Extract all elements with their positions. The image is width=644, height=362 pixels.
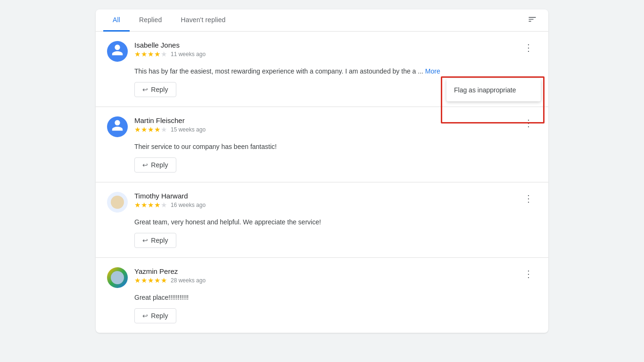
- tab-replied[interactable]: Replied: [130, 9, 171, 32]
- review-time-timothy: 16 weeks ago: [171, 202, 206, 208]
- more-menu-button-martin[interactable]: ⋮: [520, 116, 537, 130]
- review-time: 11 weeks ago: [171, 51, 206, 58]
- more-menu-button-yazmin[interactable]: ⋮: [520, 267, 537, 280]
- reply-button-isabelle[interactable]: ↩ Reply: [134, 82, 176, 97]
- person-icon-martin: [111, 119, 124, 135]
- star-2: ★: [141, 201, 147, 209]
- star-2: ★: [141, 125, 147, 134]
- tab-havent-replied[interactable]: Haven't replied: [171, 9, 235, 32]
- reviewer-name-timothy: Timothy Harward: [134, 192, 206, 200]
- stars-timothy: ★ ★ ★ ★ ★: [134, 201, 167, 209]
- person-icon: [111, 43, 124, 60]
- reply-button-yazmin[interactable]: ↩ Reply: [134, 308, 176, 323]
- stars-martin: ★ ★ ★ ★ ★: [134, 125, 167, 134]
- avatar-yazmin: 🌻: [107, 267, 128, 288]
- review-list: Isabelle Jones ★ ★ ★ ★ ★ 11 weeks ago: [96, 32, 548, 333]
- reviewer-name: Isabelle Jones: [134, 41, 206, 49]
- star-1: ★: [134, 201, 140, 209]
- star-4: ★: [154, 50, 160, 58]
- reviewer-info-martin: Martin Fleischer ★ ★ ★ ★ ★ 15 weeks ago: [107, 116, 206, 137]
- star-5: ★: [161, 201, 167, 209]
- main-card: All Replied Haven't replied: [96, 9, 548, 333]
- filter-icon[interactable]: [524, 11, 541, 30]
- review-header-timothy: 🏗️ Timothy Harward ★ ★ ★ ★ ★: [107, 192, 537, 213]
- star-3: ★: [148, 276, 154, 285]
- review-item-martin: Martin Fleischer ★ ★ ★ ★ ★ 15 weeks ago: [96, 107, 548, 182]
- reply-arrow-icon-timothy: ↩: [142, 237, 148, 244]
- reviewer-info-yazmin: 🌻 Yazmin Perez ★ ★ ★ ★ ★: [107, 267, 206, 288]
- stars: ★ ★ ★ ★ ★: [134, 50, 167, 58]
- star-5: ★: [161, 125, 167, 134]
- star-3: ★: [148, 50, 154, 58]
- reviewer-info: Isabelle Jones ★ ★ ★ ★ ★ 11 weeks ago: [107, 41, 206, 62]
- dropdown-menu: Flag as inappropriate: [446, 79, 541, 101]
- rating-row-martin: ★ ★ ★ ★ ★ 15 weeks ago: [134, 125, 206, 134]
- reviewer-name-yazmin: Yazmin Perez: [134, 267, 206, 275]
- avatar-timothy: 🏗️: [107, 192, 128, 213]
- star-4: ★: [154, 201, 160, 209]
- tabs-bar: All Replied Haven't replied: [96, 9, 548, 32]
- review-text-martin: Their service to our company has been fa…: [134, 142, 537, 152]
- star-2: ★: [141, 50, 147, 58]
- reviewer-info-timothy: 🏗️ Timothy Harward ★ ★ ★ ★ ★: [107, 192, 206, 213]
- reviewer-meta-martin: Martin Fleischer ★ ★ ★ ★ ★ 15 weeks ago: [134, 116, 206, 134]
- avatar-isabelle: [107, 41, 128, 62]
- review-time-yazmin: 28 weeks ago: [171, 277, 206, 284]
- flag-inappropriate-item[interactable]: Flag as inappropriate: [446, 81, 541, 99]
- review-text-yazmin: Great place!!!!!!!!!!!: [134, 293, 537, 303]
- svg-rect-2: [111, 271, 124, 284]
- review-header-yazmin: 🌻 Yazmin Perez ★ ★ ★ ★ ★: [107, 267, 537, 288]
- star-1: ★: [134, 50, 140, 58]
- star-5: ★: [161, 50, 167, 58]
- review-time-martin: 15 weeks ago: [171, 126, 206, 133]
- star-4: ★: [154, 125, 160, 134]
- star-4: ★: [154, 276, 160, 285]
- svg-rect-0: [111, 196, 124, 209]
- reply-button-timothy[interactable]: ↩ Reply: [134, 233, 176, 248]
- review-header: Isabelle Jones ★ ★ ★ ★ ★ 11 weeks ago: [107, 41, 537, 62]
- rating-row-timothy: ★ ★ ★ ★ ★ 16 weeks ago: [134, 201, 206, 209]
- reviewer-meta-yazmin: Yazmin Perez ★ ★ ★ ★ ★ 28 weeks ago: [134, 267, 206, 285]
- reply-arrow-icon: ↩: [142, 86, 148, 93]
- rating-row: ★ ★ ★ ★ ★ 11 weeks ago: [134, 50, 206, 58]
- more-menu-button-timothy[interactable]: ⋮: [520, 192, 537, 205]
- star-3: ★: [148, 201, 154, 209]
- dropdown-container: Flag as inappropriate: [446, 79, 541, 101]
- avatar-martin: [107, 116, 128, 137]
- review-text-timothy: Great team, very honest and helpful. We …: [134, 217, 537, 227]
- reviewer-meta: Isabelle Jones ★ ★ ★ ★ ★ 11 weeks ago: [134, 41, 206, 58]
- review-item-timothy: 🏗️ Timothy Harward ★ ★ ★ ★ ★: [96, 182, 548, 258]
- review-item-yazmin: 🌻 Yazmin Perez ★ ★ ★ ★ ★: [96, 258, 548, 333]
- review-header-martin: Martin Fleischer ★ ★ ★ ★ ★ 15 weeks ago: [107, 116, 537, 137]
- reviewer-name-martin: Martin Fleischer: [134, 116, 206, 124]
- star-5: ★: [161, 276, 167, 285]
- more-menu-button-isabelle[interactable]: ⋮: [520, 41, 537, 54]
- review-item-isabelle: Isabelle Jones ★ ★ ★ ★ ★ 11 weeks ago: [96, 32, 548, 107]
- star-2: ★: [141, 276, 147, 285]
- rating-row-yazmin: ★ ★ ★ ★ ★ 28 weeks ago: [134, 276, 206, 285]
- star-1: ★: [134, 276, 140, 285]
- stars-yazmin: ★ ★ ★ ★ ★: [134, 276, 167, 285]
- reply-arrow-icon-martin: ↩: [142, 161, 148, 169]
- reply-arrow-icon-yazmin: ↩: [142, 312, 148, 320]
- review-text-isabelle: This has by far the easiest, most reward…: [134, 66, 537, 76]
- reply-button-martin[interactable]: ↩ Reply: [134, 157, 176, 173]
- more-link[interactable]: More: [425, 67, 440, 75]
- reviewer-meta-timothy: Timothy Harward ★ ★ ★ ★ ★ 16 weeks ago: [134, 192, 206, 209]
- star-3: ★: [148, 125, 154, 134]
- tab-all[interactable]: All: [103, 9, 130, 32]
- star-1: ★: [134, 125, 140, 134]
